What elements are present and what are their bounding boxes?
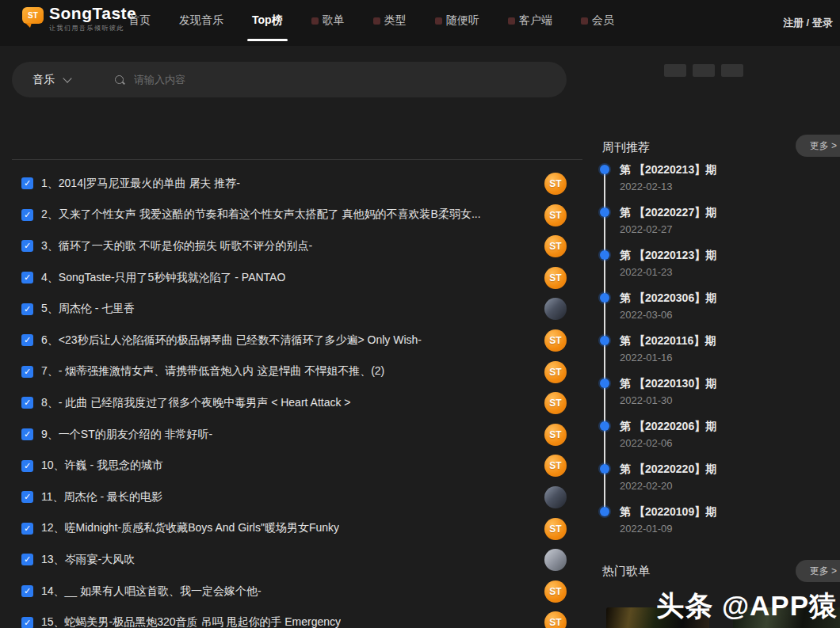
uploader-avatar[interactable]: ST [544,361,567,383]
quick-filter-button[interactable] [721,64,743,77]
song-row[interactable]: 12、嗟Midnight-质感私货收藏Boys And Girls"暖场男女Fu… [12,513,582,545]
song-title-text[interactable]: 1、2014|罗马尼亚最火的单曲 屠夫 推荐- [41,177,240,191]
uploader-avatar[interactable]: ST [544,267,567,289]
checked-checkbox-icon[interactable] [21,397,33,409]
checked-checkbox-icon[interactable] [21,617,33,628]
nav-item[interactable]: 会员 [581,10,614,36]
uploader-avatar[interactable] [544,549,567,571]
song-row[interactable]: 11、周杰伦 - 最长的电影 [12,481,582,513]
weekly-issue-item[interactable]: 第 【20220206】期 2022-02-06 [601,419,838,462]
song-title-text[interactable]: 14、__ 如果有人唱这首歌、我一定会嫁个他- [41,584,262,599]
song-row[interactable]: 5、周杰伦 - 七里香 [12,293,582,325]
uploader-avatar[interactable]: ST [544,329,567,352]
song-title-text[interactable]: 9、一个ST的朋友介绍的 非常好听- [41,428,212,442]
weekly-issue-item[interactable]: 第 【20220109】期 2022-01-09 [601,504,838,547]
search-input[interactable] [132,73,567,86]
weekly-issue-item[interactable]: 第 【20220306】期 2022-03-06 [601,291,838,333]
quick-filter-button[interactable] [693,64,715,77]
weekly-recommend-title: 周刊推荐 [602,140,650,155]
song-row[interactable]: 7、- 烟蒂强推激情女声、请携带低音炮入内 这是悍曲 不悍姐不推、(2) ST [12,356,582,388]
song-title: 周杰伦 - 七里香 [59,302,135,314]
checked-checkbox-icon[interactable] [21,209,33,221]
uploader-avatar[interactable]: ST [544,518,567,540]
checked-checkbox-icon[interactable] [21,240,33,252]
nav-item[interactable]: 发现音乐 [179,10,223,36]
song-row[interactable]: 13、岑雨宴-大风吹 [12,544,582,576]
checked-checkbox-icon[interactable] [21,428,33,440]
song-title-text[interactable]: 11、周杰伦 - 最长的电影 [41,490,162,504]
weekly-issue-label[interactable]: 第 【20220123】期 [620,248,838,262]
song-title-text[interactable]: 10、许巍 - 我思念的城市 [41,459,163,473]
checked-checkbox-icon[interactable] [21,554,33,565]
uploader-avatar[interactable]: ST [544,173,567,195]
weekly-issue-label[interactable]: 第 【20220220】期 [620,462,838,476]
song-row[interactable]: 9、一个ST的朋友介绍的 非常好听- ST [12,419,582,451]
nav-item[interactable]: 歌单 [311,10,345,36]
checked-checkbox-icon[interactable] [21,303,33,315]
uploader-avatar[interactable]: ST [544,204,567,226]
checked-checkbox-icon[interactable] [21,491,33,503]
weekly-issue-label[interactable]: 第 【20220306】期 [620,291,838,305]
song-title-text[interactable]: 12、嗟Midnight-质感私货收藏Boys And Girls"暖场男女Fu… [41,521,339,535]
song-title-text[interactable]: 13、岑雨宴-大风吹 [41,553,135,567]
song-title-text[interactable]: 6、<23秒后让人沦陷循环的极品钢琴曲 已经数不清循环了多少遍> Only Wi… [41,333,422,348]
weekly-issue-item[interactable]: 第 【20220130】期 2022-01-30 [601,376,838,419]
register-login-link[interactable]: 注册 / 登录 [783,16,833,30]
song-row[interactable]: 8、- 此曲 已经陪我度过了很多个夜晚中毒男声 < Heart Attack >… [12,387,582,419]
weekly-issue-item[interactable]: 第 【20220213】期 2022-02-13 [601,162,838,205]
song-title-text[interactable]: 3、循环了一天的歌 不听是你的损失 听歌不评分的别点- [41,239,312,253]
nav-item[interactable]: 随便听 [435,10,479,36]
weekly-issue-label[interactable]: 第 【20220116】期 [620,333,838,348]
uploader-avatar[interactable]: ST [544,424,567,446]
checked-checkbox-icon[interactable] [21,272,33,284]
song-row[interactable]: 6、<23秒后让人沦陷循环的极品钢琴曲 已经数不清循环了多少遍> Only Wi… [12,325,582,356]
song-title-text[interactable]: 4、SongTaste-只用了5秒钟我就沦陷了 - PANTAO [41,271,285,285]
weekly-issue-label[interactable]: 第 【20220130】期 [620,376,838,390]
weekly-issue-label[interactable]: 第 【20220109】期 [620,504,838,519]
nav-item[interactable]: 首页 [128,10,151,36]
hot-playlists-more-button[interactable]: 更多 > [796,560,840,582]
nav-item[interactable]: 客户端 [508,10,552,36]
checked-checkbox-icon[interactable] [21,460,33,472]
weekly-more-button[interactable]: 更多 > [796,135,840,157]
song-title-text[interactable]: 15、蛇蝎美男-极品黑炮320音质 吊吗 甩起你的手 Emergency [41,615,341,628]
song-title-text[interactable]: 5、周杰伦 - 七里香 [41,302,135,316]
weekly-issue-item[interactable]: 第 【20220123】期 2022-01-23 [601,248,838,291]
uploader-avatar[interactable] [544,298,567,320]
nav-item[interactable]: Top榜 [252,10,283,36]
uploader-avatar[interactable] [544,486,567,508]
song-title-text[interactable]: 8、- 此曲 已经陪我度过了很多个夜晚中毒男声 < Heart Attack > [41,396,351,410]
uploader-avatar[interactable]: ST [544,580,567,603]
nav-item[interactable]: 类型 [373,10,407,36]
checked-checkbox-icon[interactable] [21,177,33,189]
song-rank: 1、 [41,177,59,189]
song-title-text[interactable]: 7、- 烟蒂强推激情女声、请携带低音炮入内 这是悍曲 不悍姐不推、(2) [41,364,384,379]
weekly-issue-label[interactable]: 第 【20220206】期 [620,419,838,433]
checked-checkbox-icon[interactable] [21,366,33,378]
uploader-avatar[interactable]: ST [544,611,567,628]
checked-checkbox-icon[interactable] [21,585,33,597]
uploader-avatar[interactable]: ST [544,455,567,477]
song-row[interactable]: 2、又来了个性女声 我爱这酷的节奏和着这个性女声太搭配了 真他妈的不喜欢装B柔弱… [12,200,582,231]
checked-checkbox-icon[interactable] [21,523,33,535]
uploader-avatar[interactable]: ST [544,235,567,257]
search-category-dropdown[interactable]: 音乐 [32,73,71,87]
weekly-issue-date: 2022-03-06 [620,309,838,321]
weekly-issue-item[interactable]: 第 【20220116】期 2022-01-16 [601,333,838,376]
weekly-issue-item[interactable]: 第 【20220220】期 2022-02-20 [601,462,838,504]
song-row[interactable]: 14、__ 如果有人唱这首歌、我一定会嫁个他- ST [12,576,582,607]
checked-checkbox-icon[interactable] [21,334,33,346]
song-row[interactable]: 4、SongTaste-只用了5秒钟我就沦陷了 - PANTAO ST [12,262,582,294]
song-row[interactable]: 15、蛇蝎美男-极品黑炮320音质 吊吗 甩起你的手 Emergency ST [12,607,582,628]
song-title-text[interactable]: 2、又来了个性女声 我爱这酷的节奏和着这个性女声太搭配了 真他妈的不喜欢装B柔弱… [41,207,481,222]
weekly-issue-item[interactable]: 第 【20220227】期 2022-02-27 [601,205,838,248]
song-row[interactable]: 3、循环了一天的歌 不听是你的损失 听歌不评分的别点- ST [12,230,582,262]
uploader-avatar[interactable]: ST [544,392,567,414]
song-row[interactable]: 1、2014|罗马尼亚最火的单曲 屠夫 推荐- ST [12,168,582,200]
weekly-issue-label[interactable]: 第 【20220227】期 [620,205,838,219]
weekly-issue-date: 2022-01-23 [620,266,838,278]
logo[interactable]: ST SongTaste 让我们用音乐倾听彼此 [22,4,136,32]
quick-filter-button[interactable] [664,64,686,77]
song-row[interactable]: 10、许巍 - 我思念的城市 ST [12,450,582,481]
weekly-issue-label[interactable]: 第 【20220213】期 [620,162,838,177]
